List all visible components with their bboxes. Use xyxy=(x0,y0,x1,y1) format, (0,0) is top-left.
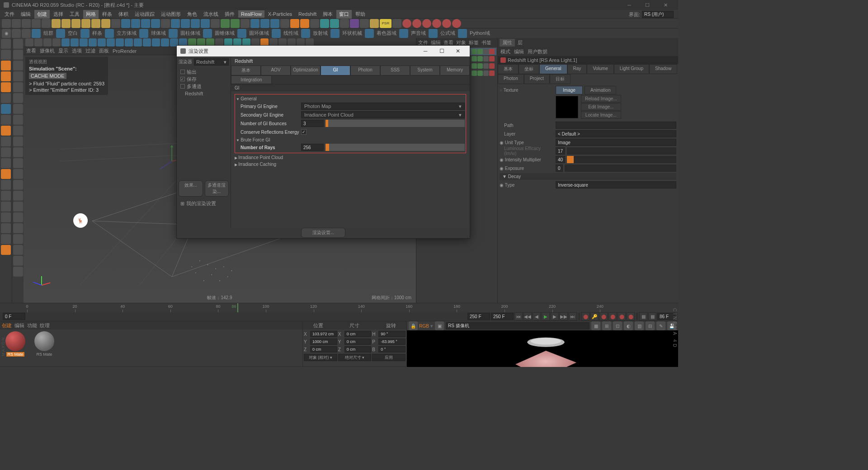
menu-工具[interactable]: 工具 xyxy=(67,10,82,19)
coord-size-Y[interactable]: 0 cm xyxy=(344,338,372,345)
dlg-sidebar-保存[interactable]: 保存 xyxy=(179,75,229,83)
prop-tab-Volume[interactable]: Volume xyxy=(587,64,613,74)
menu-选择[interactable]: 选择 xyxy=(51,10,66,19)
mat-tab-功能[interactable]: 功能 xyxy=(27,322,37,329)
left-tool-11[interactable] xyxy=(1,158,11,168)
toolbar-icon-33[interactable] xyxy=(330,19,339,28)
left-tool2-17[interactable] xyxy=(13,223,23,233)
rp-ico-7[interactable]: ✎ xyxy=(656,321,665,330)
left-tool-6[interactable] xyxy=(1,104,11,114)
rp-ico-1[interactable]: ▦ xyxy=(591,321,600,330)
field-Python域[interactable] xyxy=(458,29,467,38)
toolbar-icon-38[interactable] xyxy=(392,19,401,28)
toolbar-icon-27[interactable] xyxy=(270,19,279,28)
left-tool2-12[interactable] xyxy=(13,169,23,179)
toolbar-icon-16[interactable] xyxy=(161,19,170,28)
menu-脚本[interactable]: 脚本 xyxy=(320,10,335,19)
toolbar-icon-15[interactable] xyxy=(151,19,160,28)
my-render-settings[interactable]: ⊞我的渲染设置 xyxy=(179,198,229,209)
toolbar-icon-34[interactable] xyxy=(340,19,349,28)
general-subsection[interactable]: General xyxy=(236,95,465,102)
dlg-sidebar-多通道[interactable]: 多通道 xyxy=(179,83,229,90)
left-tool-2[interactable] xyxy=(1,61,11,70)
vp-icon-6[interactable] xyxy=(80,38,88,47)
hier-tag[interactable] xyxy=(472,70,477,76)
checkbox[interactable] xyxy=(180,70,185,74)
menu-流水线[interactable]: 流水线 xyxy=(201,10,221,19)
timeline-playhead[interactable] xyxy=(237,303,238,312)
coord-mode-1[interactable]: 绝对尺寸 ▾ xyxy=(338,354,372,361)
toolbar-icon-21[interactable] xyxy=(211,19,220,28)
tl-extra-2[interactable]: ▦ xyxy=(648,312,656,320)
rp-ico-3[interactable]: ⊡ xyxy=(613,321,622,330)
gi-bounces-input[interactable]: 3 xyxy=(301,120,324,127)
toolbar-icon-44[interactable] xyxy=(452,19,461,28)
left-tool-18[interactable] xyxy=(1,234,11,244)
left-tool2-7[interactable] xyxy=(13,115,23,125)
minimize-button[interactable]: ─ xyxy=(620,0,638,10)
vp-icon-5[interactable] xyxy=(71,38,79,47)
decay-section[interactable]: Decay xyxy=(500,173,676,180)
toolbar-icon-22[interactable] xyxy=(221,19,230,28)
coord-tab-尺寸[interactable]: 尺寸 xyxy=(349,322,359,329)
toolbar-icon-10[interactable] xyxy=(101,19,110,28)
key-param-button[interactable]: ⬤ xyxy=(627,312,635,320)
integration-tab[interactable]: Integration xyxy=(231,75,272,84)
decay-type-select[interactable]: Inverse-square xyxy=(556,181,676,188)
menu-角色[interactable]: 角色 xyxy=(184,10,200,19)
tab-attributes[interactable]: 属性 xyxy=(500,39,515,47)
timeline-end[interactable]: 250 F xyxy=(467,313,490,320)
vp-icon-7[interactable] xyxy=(89,38,97,47)
mat-tab-创建[interactable]: 创建 xyxy=(2,322,12,329)
toolbar-icon-3[interactable] xyxy=(32,19,41,28)
left-tool2-1[interactable] xyxy=(13,50,23,60)
dlg-tab-SSS[interactable]: SSS xyxy=(380,66,410,75)
render-camera-select[interactable]: RS 摄像机 xyxy=(446,322,590,329)
field-圆锥体域[interactable] xyxy=(203,29,212,38)
exposure-input[interactable]: 0 xyxy=(556,164,563,172)
toolbar-icon-32[interactable] xyxy=(320,19,329,28)
play-button[interactable]: ▶ xyxy=(542,312,550,320)
field-立方体域[interactable] xyxy=(105,29,114,38)
left-tool2-19[interactable] xyxy=(13,245,23,255)
left-tool2-10[interactable] xyxy=(13,147,23,157)
ipc-subsection[interactable]: Irradiance Point Cloud xyxy=(235,154,466,161)
dialog-minimize[interactable]: ─ xyxy=(417,46,434,56)
tl-extra-1[interactable]: ▦ xyxy=(639,312,647,320)
intensity-input[interactable]: 40 xyxy=(556,156,565,163)
toolbar-icon-37[interactable] xyxy=(370,19,379,28)
bruteforce-subsection[interactable]: Brute Force GI xyxy=(236,136,465,143)
left-tool-10[interactable] xyxy=(1,147,11,157)
left-tool-16[interactable] xyxy=(1,212,11,222)
prop-menu-用户数据[interactable]: 用户数据 xyxy=(528,48,547,55)
coord-pos-X[interactable]: 103.972 cm xyxy=(310,331,337,337)
coord-mode-0[interactable]: 对象 (相对) ▾ xyxy=(304,354,337,361)
left-tool-7[interactable] xyxy=(1,115,11,125)
image-tab[interactable]: Image xyxy=(556,86,583,94)
hier-tag[interactable] xyxy=(483,56,489,61)
toolbar-icon-25[interactable] xyxy=(250,19,259,28)
left-tool2-8[interactable] xyxy=(13,126,23,136)
checkbox[interactable] xyxy=(180,84,185,89)
path-input[interactable] xyxy=(556,122,676,129)
vp-menu-ProRender[interactable]: ProRender xyxy=(113,48,137,54)
hier-tag[interactable] xyxy=(489,63,495,69)
toolbar-icon-36[interactable] xyxy=(360,19,369,28)
rp-ico-6[interactable]: ⊟ xyxy=(646,321,655,330)
left-tool-12[interactable] xyxy=(1,169,11,179)
timeline-start[interactable]: 0 F xyxy=(3,313,25,320)
field-公式域[interactable] xyxy=(429,29,438,38)
left-tool-15[interactable] xyxy=(1,202,11,212)
field-组群[interactable] xyxy=(32,29,41,38)
layout-selector[interactable]: 界面: RS (用户) xyxy=(629,11,674,18)
rays-slider[interactable] xyxy=(326,144,465,151)
dlg-tab-System[interactable]: System xyxy=(410,66,440,75)
tb2-ico[interactable] xyxy=(12,29,21,38)
gi-bounces-slider[interactable] xyxy=(326,120,465,127)
rp-lock-icon[interactable]: 🔒 xyxy=(409,321,418,330)
hier-tag[interactable] xyxy=(489,56,495,61)
vp-icon-12[interactable] xyxy=(134,38,142,47)
prop-menu-编辑[interactable]: 编辑 xyxy=(514,48,524,55)
prop-tab-坐标[interactable]: 坐标 xyxy=(519,64,539,74)
toolbar-icon-35[interactable] xyxy=(350,19,359,28)
